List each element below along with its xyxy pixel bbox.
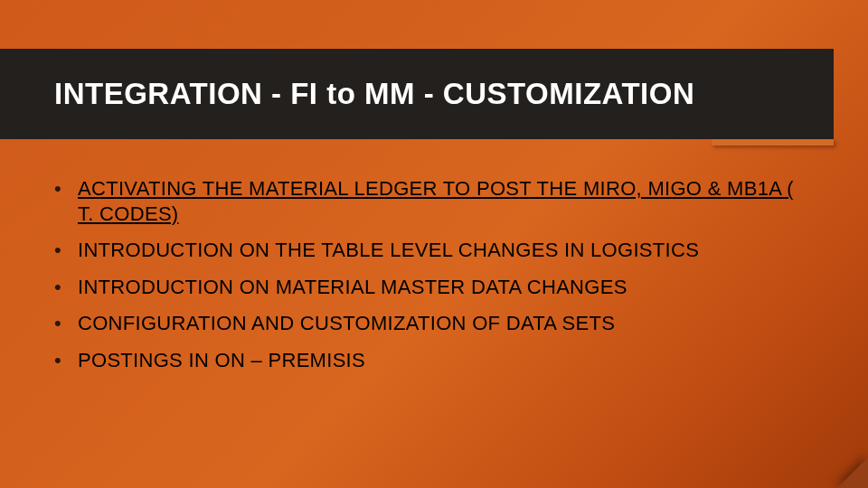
title-bar: INTEGRATION - FI to MM - CUSTOMIZATION [0, 49, 834, 139]
list-item: CONFIGURATION AND CUSTOMIZATION OF DATA … [54, 311, 814, 336]
list-item: ACTIVATING THE MATERIAL LEDGER TO POST T… [54, 176, 814, 226]
content-area: ACTIVATING THE MATERIAL LEDGER TO POST T… [54, 176, 814, 384]
slide-title: INTEGRATION - FI to MM - CUSTOMIZATION [54, 77, 694, 111]
list-item: POSTINGS IN ON – PREMISIS [54, 348, 814, 373]
bullet-list: ACTIVATING THE MATERIAL LEDGER TO POST T… [54, 176, 814, 372]
list-item: INTRODUCTION ON MATERIAL MASTER DATA CHA… [54, 275, 814, 300]
slide: INTEGRATION - FI to MM - CUSTOMIZATION A… [0, 0, 868, 488]
corner-fold-icon [837, 457, 868, 488]
list-item: INTRODUCTION ON THE TABLE LEVEL CHANGES … [54, 238, 814, 263]
